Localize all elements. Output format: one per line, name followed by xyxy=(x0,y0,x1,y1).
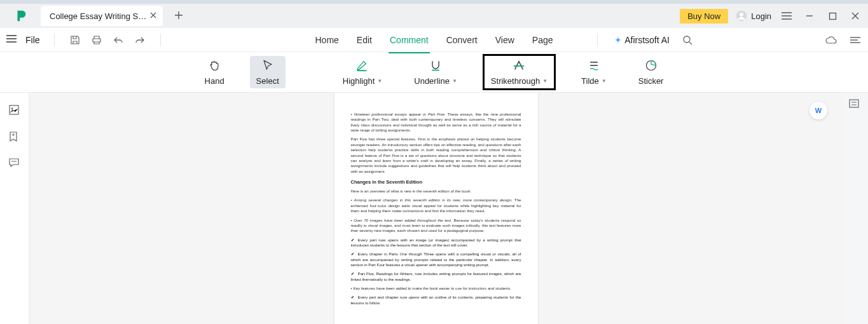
thumbnails-icon[interactable] xyxy=(8,104,21,117)
tab-title: College Essay Writing S… xyxy=(50,11,146,21)
menu-convert[interactable]: Convert xyxy=(446,30,478,50)
underline-icon xyxy=(429,58,442,72)
comments-icon[interactable] xyxy=(8,158,21,170)
hand-icon xyxy=(208,58,221,72)
tilde-icon xyxy=(588,58,600,72)
divider xyxy=(54,34,55,46)
menu-page[interactable]: Page xyxy=(532,30,553,50)
select-tool[interactable]: Select xyxy=(250,56,286,88)
menu-home[interactable]: Home xyxy=(315,30,339,50)
cloud-icon[interactable] xyxy=(825,34,837,46)
menu-icon[interactable] xyxy=(779,8,794,24)
app-logo-icon xyxy=(14,9,28,23)
save-icon[interactable] xyxy=(69,34,81,46)
word-export-badge[interactable]: W xyxy=(809,102,827,119)
close-window-icon[interactable] xyxy=(848,8,863,24)
new-tab-button[interactable] xyxy=(174,11,183,22)
highlight-tool[interactable]: Highlight▼ xyxy=(336,56,389,88)
search-icon[interactable] xyxy=(681,34,694,46)
undo-icon[interactable] xyxy=(112,34,125,46)
tilde-tool[interactable]: Tilde▼ xyxy=(575,56,613,88)
divider xyxy=(597,34,598,46)
left-sidebar xyxy=(0,93,29,324)
minimize-icon[interactable] xyxy=(802,8,817,24)
right-sidebar xyxy=(843,93,868,324)
chevron-down-icon: ▼ xyxy=(452,78,457,84)
menu-comment[interactable]: Comment xyxy=(390,30,429,50)
main-menu: Home Edit Comment Convert View Page xyxy=(315,30,553,50)
titlebar: College Essay Writing S… Buy Now Login xyxy=(0,0,868,28)
buy-now-button[interactable]: Buy Now xyxy=(680,9,728,24)
maximize-icon[interactable] xyxy=(825,8,840,24)
divider xyxy=(160,34,161,46)
panel-toggle-icon[interactable] xyxy=(849,99,862,112)
sticker-tool[interactable]: Sticker xyxy=(632,56,670,88)
svg-point-3 xyxy=(684,36,690,43)
document-canvas[interactable]: • Nineteen professional essays appear in… xyxy=(29,93,843,324)
close-tab-icon[interactable] xyxy=(149,11,158,20)
document-tab[interactable]: College Essay Writing S… xyxy=(41,6,163,26)
strikethrough-icon xyxy=(512,58,526,72)
document-page: • Nineteen professional essays appear in… xyxy=(334,93,538,324)
svg-rect-2 xyxy=(829,13,836,19)
menubar: File Home Edit Comment Convert View Page… xyxy=(0,28,868,52)
svg-rect-7 xyxy=(850,100,858,107)
user-avatar-icon xyxy=(736,10,747,22)
redo-icon[interactable] xyxy=(134,34,146,46)
strikethrough-tool[interactable]: Strikethrough▼ xyxy=(483,54,556,90)
print-icon[interactable] xyxy=(90,34,103,46)
file-menu[interactable]: File xyxy=(25,35,40,45)
comment-toolbar: Hand Select Highlight▼ Underline▼ Strike… xyxy=(0,52,868,93)
sparkle-icon: ✦ xyxy=(614,35,622,45)
highlight-icon xyxy=(355,58,369,72)
bookmark-icon[interactable] xyxy=(8,131,21,144)
menu-view[interactable]: View xyxy=(495,30,514,50)
chevron-down-icon: ▼ xyxy=(602,78,607,84)
underline-tool[interactable]: Underline▼ xyxy=(408,56,464,88)
heading-changes: Changes in the Seventh Edition xyxy=(351,179,521,186)
ai-button[interactable]: ✦Afirstsoft AI xyxy=(614,35,670,45)
svg-point-6 xyxy=(11,108,13,110)
sticker-icon xyxy=(645,58,658,72)
chevron-down-icon: ▼ xyxy=(377,78,382,84)
chevron-down-icon: ▼ xyxy=(542,78,548,84)
settings-lines-icon[interactable] xyxy=(849,34,862,46)
svg-point-1 xyxy=(740,13,743,17)
cursor-icon xyxy=(261,58,274,72)
hand-tool[interactable]: Hand xyxy=(198,56,231,88)
workspace: • Nineteen professional essays appear in… xyxy=(0,93,868,324)
hamburger-icon[interactable] xyxy=(6,35,17,44)
menu-edit[interactable]: Edit xyxy=(357,30,372,50)
login-button[interactable]: Login xyxy=(736,10,771,22)
